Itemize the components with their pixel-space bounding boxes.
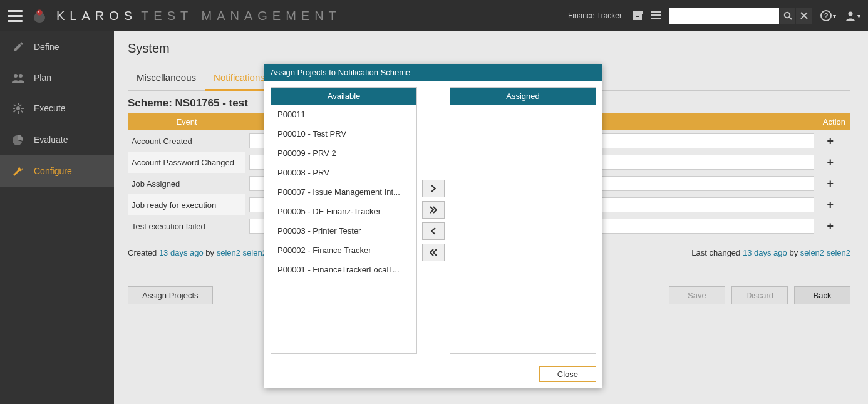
move-right-button[interactable] [422,180,445,197]
search-button[interactable] [779,8,795,24]
sidebar-item-configure[interactable]: Configure [0,155,114,187]
list-item[interactable]: P00009 - PRV 2 [271,143,416,163]
svg-text:?: ? [824,12,829,19]
picklist-controls [422,87,445,354]
active-project-name: Finance Tracker [568,11,622,20]
add-recipient-button[interactable]: + [822,219,839,233]
sidebar: Define Plan Execute Evaluate Configure [0,31,114,404]
svg-rect-19 [18,111,19,114]
event-name-cell: Test execution failed [128,215,245,237]
users-icon [11,73,25,83]
help-menu[interactable]: ? ▾ [820,10,836,21]
tab-notifications[interactable]: Notifications [205,67,274,91]
svg-rect-22 [13,104,16,106]
list-icon[interactable] [651,10,662,21]
menu-toggle[interactable] [8,8,23,23]
sidebar-item-evaluate[interactable]: Evaluate [0,124,114,155]
brand: KLAROSTEST MANAGEMENT [56,9,341,23]
user-menu[interactable]: ▾ [845,10,860,21]
svg-point-16 [19,74,23,78]
svg-point-17 [16,106,20,110]
discard-button[interactable]: Discard [731,286,788,304]
clear-search-button[interactable] [795,8,812,24]
sidebar-item-execute[interactable]: Execute [0,93,114,124]
svg-rect-7 [651,18,661,19]
assigned-list: Assigned [450,87,596,354]
chevron-down-icon: ▾ [857,13,860,19]
action-cell: + [818,194,850,215]
move-all-left-button[interactable] [422,244,445,261]
list-item[interactable]: P00007 - Issue Management Int... [271,182,416,202]
app-logo [31,8,48,24]
add-recipient-button[interactable]: + [822,134,839,148]
svg-rect-6 [651,14,661,16]
event-name-cell: Job ready for execution [128,194,245,215]
add-recipient-button[interactable]: + [822,198,839,212]
svg-point-15 [14,74,18,78]
edit-icon [11,41,25,53]
sidebar-item-label: Execute [34,103,66,113]
dialog-title: Assign Projects to Notification Scheme [264,64,602,81]
assigned-header: Assigned [450,88,596,105]
changed-when-link[interactable]: 13 days ago [743,248,787,257]
svg-rect-23 [21,110,23,113]
svg-rect-5 [651,11,661,13]
available-header: Available [271,88,416,105]
sidebar-item-define[interactable]: Define [0,31,114,63]
list-item[interactable]: P00002 - Finance Tracker [271,241,416,260]
search-input[interactable] [669,8,779,24]
tab-miscellaneous[interactable]: Miscellaneous [128,67,205,90]
action-cell: + [818,215,850,237]
svg-point-8 [784,13,789,18]
archive-icon[interactable] [632,10,643,21]
list-item[interactable]: P00010 - Test PRV [271,124,416,143]
pie-chart-icon [11,134,25,145]
col-action: Action [818,113,850,130]
event-name-cell: Account Password Changed [128,152,245,173]
created-meta: Created 13 days ago by selen2 selen2 [128,248,267,257]
sidebar-item-plan[interactable]: Plan [0,63,114,93]
svg-rect-24 [19,104,22,106]
list-item[interactable]: P00008 - PRV [271,163,416,182]
svg-rect-18 [18,103,19,105]
list-item[interactable]: P00001 - FinanceTrackerLocalT... [271,260,416,279]
svg-rect-3 [633,14,642,20]
sidebar-item-label: Define [34,42,59,52]
add-recipient-button[interactable]: + [822,177,839,190]
svg-point-1 [38,11,39,12]
action-cell: + [818,173,850,194]
move-left-button[interactable] [422,222,445,240]
svg-point-0 [37,10,43,16]
changed-user-link[interactable]: selen2 selen2 [800,248,850,257]
svg-point-14 [849,12,853,16]
event-name-cell: Job Assigned [128,173,245,194]
add-recipient-button[interactable]: + [822,155,839,169]
assign-projects-button[interactable]: Assign Projects [128,286,213,304]
svg-rect-21 [21,108,24,109]
gear-icon [11,103,25,114]
event-name-cell: Account Created [128,130,245,152]
topbar: KLAROSTEST MANAGEMENT Finance Tracker ? … [0,0,868,31]
created-when-link[interactable]: 13 days ago [159,248,204,257]
svg-rect-20 [13,108,15,109]
back-button[interactable]: Back [794,286,850,304]
created-user-link[interactable]: selen2 selen2 [217,248,267,257]
changed-meta: Last changed 13 days ago by selen2 selen… [691,248,850,257]
svg-line-9 [789,17,792,19]
available-list: Available P00011P00010 - Test PRVP00009 … [271,87,417,354]
action-cell: + [818,130,850,152]
save-button[interactable]: Save [669,286,725,304]
list-item[interactable]: P00011 [271,105,416,124]
list-item[interactable]: P00005 - DE Finanz-Tracker [271,202,416,221]
col-event: Event [128,113,245,130]
chevron-down-icon: ▾ [833,13,836,19]
sidebar-item-label: Evaluate [34,135,68,145]
close-button[interactable]: Close [539,366,596,382]
svg-rect-4 [636,16,639,17]
svg-rect-2 [633,11,643,14]
svg-rect-25 [13,110,16,113]
page-title: System [128,41,850,56]
move-all-right-button[interactable] [422,201,445,219]
sidebar-item-label: Configure [34,166,72,176]
list-item[interactable]: P00003 - Printer Tester [271,221,416,241]
